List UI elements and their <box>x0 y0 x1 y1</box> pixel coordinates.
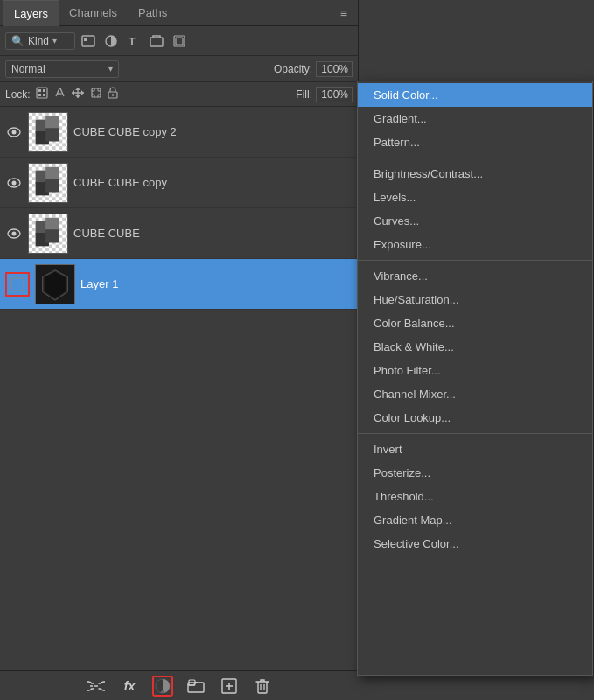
layer-item[interactable]: Layer 1 <box>0 259 358 310</box>
svg-point-14 <box>111 94 113 95</box>
menu-item-pattern[interactable]: Pattern... <box>358 130 592 154</box>
menu-item-hue-saturation[interactable]: Hue/Saturation... <box>358 288 592 312</box>
svg-text:T: T <box>129 35 136 48</box>
lock-all-icon[interactable] <box>108 87 118 102</box>
adjustment-layer-menu: Solid Color... Gradient... Pattern... Br… <box>357 80 593 676</box>
svg-rect-10 <box>38 94 41 96</box>
lock-paint-icon[interactable] <box>53 87 66 102</box>
layer-thumbnail <box>28 163 68 203</box>
svg-rect-23 <box>45 116 59 129</box>
opacity-group: Opacity: <box>274 61 353 77</box>
pixel-filter-icon[interactable] <box>80 33 96 49</box>
chevron-down-icon: ▾ <box>52 36 57 46</box>
layer-list: CUBE CUBE copy 2 <box>0 107 358 388</box>
menu-item-vibrance[interactable]: Vibrance... <box>358 264 592 288</box>
svg-rect-12 <box>92 88 101 97</box>
menu-item-photo-filter[interactable]: Photo Filter... <box>358 359 592 382</box>
svg-rect-4 <box>150 38 163 46</box>
layer-visibility-toggle[interactable] <box>5 225 23 242</box>
panel-menu-icon[interactable]: ≡ <box>333 6 354 20</box>
layer-name: CUBE CUBE copy 2 <box>73 125 353 138</box>
menu-item-threshold[interactable]: Threshold... <box>358 485 592 508</box>
layer-thumbnail <box>28 112 68 152</box>
svg-point-27 <box>12 180 17 185</box>
menu-item-color-lookup[interactable]: Color Lookup... <box>358 406 592 430</box>
menu-item-posterize[interactable]: Posterize... <box>358 461 592 485</box>
svg-rect-46 <box>11 278 24 290</box>
svg-rect-7 <box>37 88 47 98</box>
menu-item-levels[interactable]: Levels... <box>358 186 592 209</box>
svg-rect-25 <box>45 128 59 141</box>
kind-dropdown[interactable]: 🔍 Kind ▾ <box>5 32 75 50</box>
delete-layer-button[interactable] <box>252 676 273 696</box>
shape-filter-icon[interactable] <box>149 33 164 49</box>
bottom-toolbar: fx <box>0 670 359 700</box>
link-layers-button[interactable] <box>86 676 107 696</box>
layer-name: CUBE CUBE copy <box>73 176 353 189</box>
layer-visibility-toggle[interactable] <box>5 272 30 297</box>
layer-thumbnail <box>28 214 68 254</box>
fx-button[interactable]: fx <box>119 676 140 696</box>
menu-separator <box>358 433 592 434</box>
lock-artboard-icon[interactable] <box>90 87 102 102</box>
lock-bar: Lock: <box>0 82 358 107</box>
menu-item-exposure[interactable]: Exposure... <box>358 233 592 256</box>
menu-item-selective-color[interactable]: Selective Color... <box>358 532 592 556</box>
svg-rect-45 <box>45 229 59 242</box>
svg-rect-53 <box>188 682 204 692</box>
filter-bar: 🔍 Kind ▾ <box>0 26 358 56</box>
blend-mode-dropdown[interactable]: Normal ▾ <box>5 60 119 78</box>
lock-pixels-icon[interactable] <box>36 87 48 102</box>
svg-rect-6 <box>176 38 183 45</box>
svg-rect-33 <box>45 166 59 179</box>
layer-thumbnail <box>35 264 75 304</box>
tab-channels[interactable]: Channels <box>59 0 128 26</box>
svg-rect-35 <box>45 178 59 192</box>
layer-item[interactable]: CUBE CUBE <box>0 208 358 259</box>
menu-item-solid-color[interactable]: Solid Color... <box>358 83 592 107</box>
layer-visibility-toggle[interactable] <box>5 174 23 192</box>
text-filter-icon[interactable]: T <box>126 33 142 49</box>
new-layer-button[interactable] <box>219 676 240 696</box>
layer-name: CUBE CUBE <box>73 227 353 240</box>
layer-visibility-toggle[interactable] <box>5 123 23 141</box>
opacity-input[interactable] <box>316 61 353 77</box>
menu-item-gradient[interactable]: Gradient... <box>358 107 592 130</box>
svg-point-16 <box>12 130 17 134</box>
lock-move-icon[interactable] <box>71 87 85 102</box>
menu-item-gradient-map[interactable]: Gradient Map... <box>358 508 592 532</box>
adjustment-filter-icon[interactable] <box>103 33 119 49</box>
blend-mode-bar: Normal ▾ Opacity: <box>0 56 358 82</box>
filter-icons: T <box>80 33 187 49</box>
menu-item-color-balance[interactable]: Color Balance... <box>358 312 592 335</box>
svg-rect-1 <box>84 38 87 41</box>
svg-rect-9 <box>43 89 45 92</box>
menu-item-black-white[interactable]: Black & White... <box>358 335 592 359</box>
new-fill-adjustment-button[interactable] <box>152 676 173 696</box>
smart-filter-icon[interactable] <box>171 33 187 49</box>
svg-rect-43 <box>45 217 59 230</box>
menu-item-brightness-contrast[interactable]: Brightness/Contrast... <box>358 162 592 186</box>
menu-separator <box>358 158 592 158</box>
menu-item-channel-mixer[interactable]: Channel Mixer... <box>358 382 592 406</box>
svg-rect-8 <box>38 89 41 92</box>
fill-input[interactable] <box>316 87 353 102</box>
layer-name: Layer 1 <box>80 277 353 290</box>
menu-item-curves[interactable]: Curves... <box>358 209 592 233</box>
layer-item[interactable]: CUBE CUBE copy <box>0 158 358 208</box>
blend-chevron-icon: ▾ <box>108 64 113 74</box>
layer-item[interactable]: CUBE CUBE copy 2 <box>0 107 358 158</box>
tab-paths[interactable]: Paths <box>128 0 178 26</box>
new-group-button[interactable] <box>185 676 206 696</box>
svg-rect-11 <box>43 94 45 96</box>
svg-point-37 <box>12 231 17 235</box>
tab-layers[interactable]: Layers <box>3 0 59 26</box>
fill-group: Fill: <box>296 87 353 102</box>
menu-separator <box>358 260 592 261</box>
menu-item-invert[interactable]: Invert <box>358 438 592 461</box>
tab-bar: Layers Channels Paths ≡ <box>0 0 358 26</box>
